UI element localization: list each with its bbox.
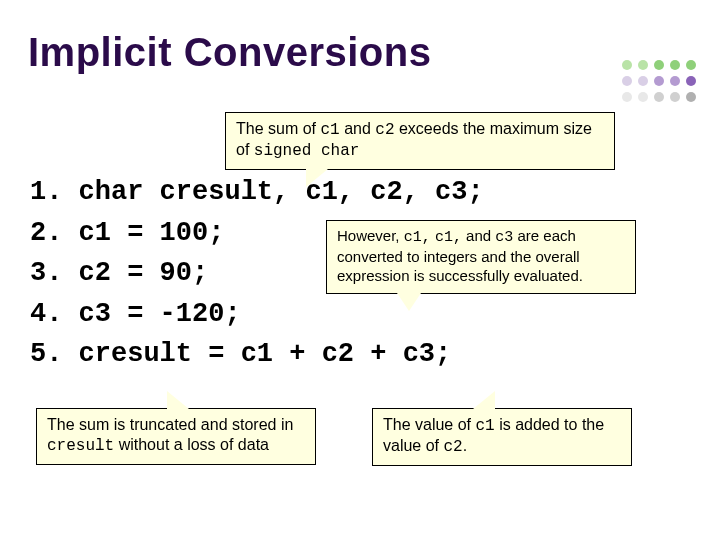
code-line-4: 4. c3 = -120; [30,299,241,329]
callout-sum-exceeds: The sum of c1 and c2 exceeds the maximum… [225,112,615,170]
text: The sum of [236,120,320,137]
callout-truncated: The sum is truncated and stored in cresu… [36,408,316,465]
callout-c1-added: The value of c1 is added to the value of… [372,408,632,466]
code-ref: signed char [254,142,360,160]
text: and [340,120,376,137]
code-line-5: 5. cresult = c1 + c2 + c3; [30,339,451,369]
code-ref: c1 [476,417,495,435]
slide-title: Implicit Conversions [28,30,431,75]
code-ref: c2 [443,438,462,456]
code-block: 1. char cresult, c1, c2, c3; 2. c1 = 100… [30,172,484,375]
text: without a loss of data [114,436,269,453]
text: . [463,437,467,454]
text: The sum is truncated and stored in [47,416,293,433]
code-line-1: 1. char cresult, c1, c2, c3; [30,177,484,207]
code-line-3: 3. c2 = 90; [30,258,208,288]
code-line-2: 2. c1 = 100; [30,218,224,248]
slide: Implicit Conversions The sum of c1 and c… [0,0,720,540]
decorative-dots [622,60,700,106]
code-ref: c3 [495,229,513,246]
code-ref: cresult [47,437,114,455]
code-ref: c1 [320,121,339,139]
code-ref: c2 [375,121,394,139]
text: The value of [383,416,476,433]
